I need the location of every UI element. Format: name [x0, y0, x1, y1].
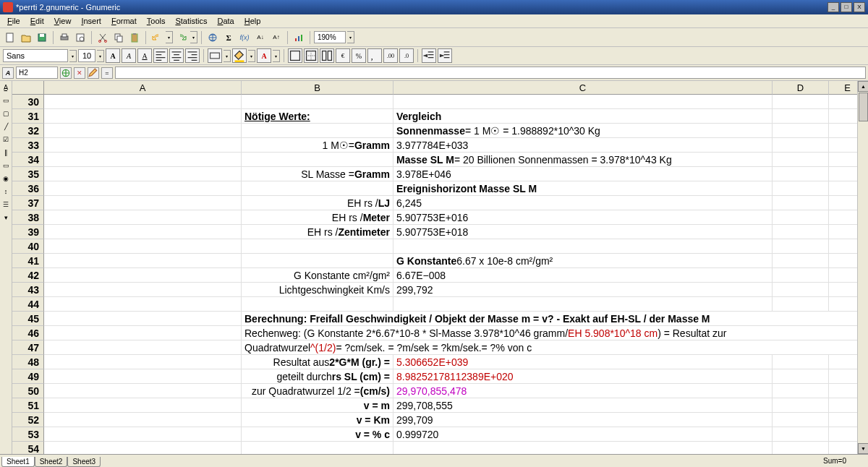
undo-dropdown[interactable]: ▾ [166, 31, 173, 43]
inc-indent-button[interactable] [438, 48, 452, 63]
main-toolbar: ▾ ▾ Σ f(x) A↓ A↑ 190% ▾ [0, 28, 868, 47]
svg-rect-15 [298, 36, 299, 41]
paste-button[interactable] [127, 30, 142, 45]
bold-button[interactable]: A [106, 48, 120, 63]
accept-button[interactable] [88, 67, 99, 79]
italic-button[interactable]: A [122, 48, 136, 63]
maximize-button[interactable]: □ [841, 2, 852, 12]
font-color-dropdown[interactable]: ▾ [273, 50, 280, 62]
borders-button[interactable] [288, 48, 302, 63]
menu-edit[interactable]: Edit [26, 15, 48, 27]
title-bar: *perrti 2.gnumeric - Gnumeric _ □ X [0, 0, 868, 14]
svg-rect-17 [210, 53, 220, 59]
close-button[interactable]: X [854, 2, 865, 12]
menu-bar: FileEditViewInsertFormatToolsStatisticsD… [0, 14, 868, 28]
svg-text:,: , [371, 52, 373, 61]
font-size-dropdown[interactable]: ▾ [97, 50, 104, 62]
redo-dropdown[interactable]: ▾ [190, 31, 197, 43]
window-title: *perrti 2.gnumeric - Gnumeric [16, 3, 827, 12]
align-right-button[interactable] [185, 48, 200, 63]
svg-rect-19 [291, 51, 300, 61]
font-size-input[interactable]: 10 [78, 49, 95, 62]
goto-button[interactable] [60, 67, 72, 79]
zoom-input[interactable]: 190% [314, 31, 346, 43]
sort-asc-button[interactable]: A↓ [253, 30, 268, 45]
sort-desc-button[interactable]: A↑ [269, 30, 284, 45]
svg-rect-11 [132, 34, 137, 42]
print-preview-button[interactable] [73, 30, 88, 45]
svg-rect-2 [40, 34, 44, 37]
cell-reference-input[interactable] [16, 67, 58, 79]
menu-data[interactable]: Data [213, 15, 238, 27]
open-file-button[interactable] [19, 30, 33, 45]
thousands-button[interactable]: , [367, 48, 382, 63]
merge-dropdown[interactable]: ▾ [224, 50, 231, 62]
cut-button[interactable] [95, 30, 110, 45]
print-button[interactable] [57, 30, 72, 45]
inc-decimal-button[interactable]: .00 [383, 48, 398, 63]
dec-decimal-button[interactable]: .0 [399, 48, 414, 63]
underline-button[interactable]: A [137, 48, 152, 63]
equals-button[interactable]: = [101, 67, 113, 79]
new-file-button[interactable] [3, 30, 17, 45]
svg-rect-0 [7, 33, 13, 42]
svg-rect-22 [328, 51, 331, 61]
fill-color-button[interactable] [232, 48, 247, 63]
currency-button[interactable]: € [336, 48, 350, 63]
undo-button[interactable] [150, 30, 164, 45]
svg-rect-12 [133, 33, 136, 35]
name-box-button[interactable]: A [2, 67, 14, 79]
menu-format[interactable]: Format [107, 15, 141, 27]
font-name-input[interactable]: Sans [3, 49, 68, 62]
menu-view[interactable]: View [50, 15, 76, 27]
align-left-button[interactable] [153, 48, 168, 63]
chart-button[interactable] [292, 30, 306, 45]
menu-help[interactable]: Help [240, 15, 265, 27]
window-buttons: _ □ X [827, 2, 865, 12]
menu-file[interactable]: File [3, 15, 25, 27]
cancel-button[interactable]: ✕ [74, 67, 85, 79]
svg-rect-16 [301, 35, 302, 41]
fill-color-dropdown[interactable]: ▾ [248, 50, 255, 62]
minimize-button[interactable]: _ [827, 2, 839, 12]
dec-indent-button[interactable] [422, 48, 436, 63]
formula-input[interactable] [115, 67, 866, 79]
copy-button[interactable] [111, 30, 126, 45]
menu-tools[interactable]: Tools [142, 15, 170, 27]
svg-rect-18 [235, 60, 244, 62]
menu-statistics[interactable]: Statistics [171, 15, 211, 27]
hyperlink-button[interactable] [205, 30, 220, 45]
svg-rect-10 [117, 36, 122, 42]
merge-button[interactable] [208, 48, 222, 63]
borders-button-2[interactable] [304, 48, 318, 63]
function-button[interactable]: f(x) [237, 30, 252, 45]
save-button[interactable] [35, 30, 49, 45]
font-name-dropdown[interactable]: ▾ [69, 50, 77, 62]
sum-button[interactable]: Σ [221, 30, 236, 45]
svg-rect-4 [62, 34, 67, 37]
percent-button[interactable]: % [352, 48, 366, 63]
align-center-button[interactable] [169, 48, 184, 63]
svg-rect-21 [323, 51, 326, 61]
app-icon [3, 2, 13, 12]
borders-button-3[interactable] [320, 48, 334, 63]
format-toolbar: Sans ▾ 10 ▾ A A A ▾ ▾ A ▾ € % , .00 .0 [0, 47, 868, 65]
zoom-dropdown[interactable]: ▾ [347, 31, 354, 43]
font-color-button[interactable]: A [257, 48, 271, 63]
redo-button[interactable] [174, 30, 189, 45]
menu-insert[interactable]: Insert [77, 15, 106, 27]
svg-rect-14 [295, 38, 297, 41]
formula-bar: A ✕ = [0, 65, 868, 81]
